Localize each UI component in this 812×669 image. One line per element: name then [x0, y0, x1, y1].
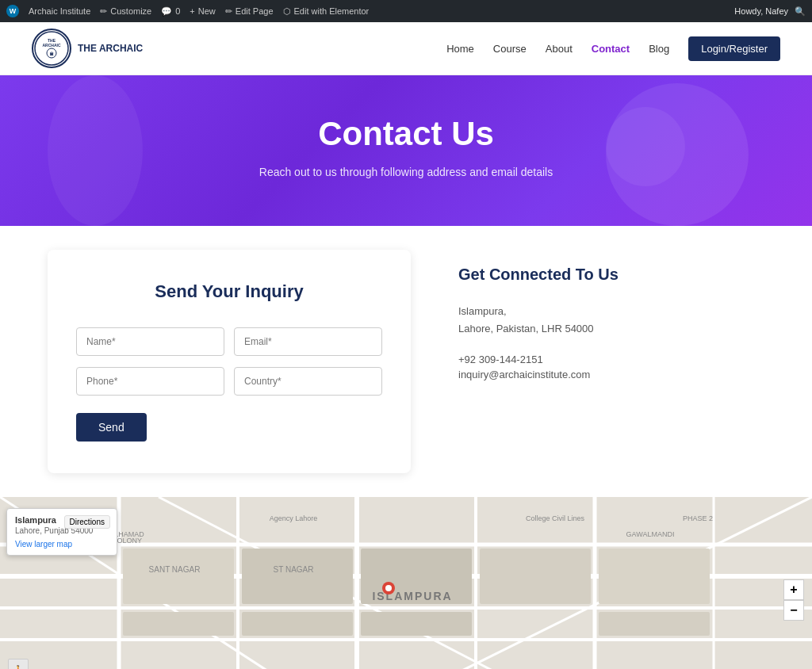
elementor-icon: ⬡: [283, 6, 291, 17]
svg-text:ARCHAIC: ARCHAIC: [42, 43, 60, 48]
zoom-in-button[interactable]: +: [783, 579, 804, 600]
svg-point-39: [385, 585, 392, 591]
site-header: THE ARCHAIC 🏛 THE ARCHAIC Home Course Ab…: [0, 22, 812, 75]
nav-about[interactable]: About: [546, 43, 573, 55]
nav-course[interactable]: Course: [493, 43, 527, 55]
logo-image: THE ARCHAIC 🏛: [32, 29, 71, 68]
contact-info-title: Get Connected To Us: [458, 266, 764, 284]
send-button[interactable]: Send: [76, 413, 147, 442]
svg-text:Agency Lahore: Agency Lahore: [270, 514, 318, 522]
address-line-1: Islampura,: [458, 305, 507, 317]
svg-text:🏛: 🏛: [50, 52, 54, 56]
country-input[interactable]: [234, 367, 382, 396]
elementor-link[interactable]: ⬡ Edit with Elementor: [283, 6, 370, 17]
map-popup: Islampura Lahore, Punjab 54000 View larg…: [6, 508, 117, 556]
svg-rect-22: [123, 612, 234, 636]
svg-rect-28: [599, 612, 710, 636]
svg-rect-27: [599, 549, 710, 604]
form-title: Send Your Inquiry: [76, 281, 382, 302]
search-icon[interactable]: 🔍: [795, 6, 806, 17]
contact-phone: +92 309-144-2151: [458, 354, 764, 365]
svg-rect-20: [123, 549, 234, 604]
contact-info-section: Get Connected To Us Islampura, Lahore, P…: [458, 250, 764, 473]
main-nav: Home Course About Contact Blog Login/Reg…: [446, 36, 780, 61]
svg-text:ST NAGAR: ST NAGAR: [274, 565, 314, 574]
hero-subtitle: Reach out to us through following addres…: [32, 166, 780, 178]
customize-link[interactable]: ✏ Customize: [100, 6, 151, 17]
name-input[interactable]: [76, 327, 224, 356]
wp-icon: W: [6, 5, 19, 17]
hero-title: Contact Us: [32, 115, 780, 153]
address-line-2: Lahore, Pakistan, LHR 54000: [458, 323, 594, 334]
admin-bar-right: Howdy, Nafey 🔍: [734, 6, 806, 17]
svg-rect-25: [361, 612, 472, 636]
svg-text:GAWALMANDI: GAWALMANDI: [626, 530, 675, 538]
nav-blog[interactable]: Blog: [649, 43, 669, 55]
customize-icon: ✏: [100, 6, 107, 17]
logo-text: THE ARCHAIC: [78, 43, 143, 54]
map-zoom-controls: + −: [783, 579, 804, 621]
email-input[interactable]: [234, 327, 382, 356]
login-register-button[interactable]: Login/Register: [688, 36, 780, 61]
person-icon: 🚶: [13, 665, 23, 670]
zoom-out-button[interactable]: −: [783, 600, 804, 621]
edit-icon: ✏: [225, 6, 232, 17]
hero-banner: Contact Us Reach out to us through follo…: [0, 75, 812, 226]
site-name-admin[interactable]: Archaic Institute: [29, 6, 90, 16]
contact-email: inquiry@archaicinstitute.com: [458, 369, 764, 380]
form-row-1: [76, 327, 382, 356]
edit-page-link[interactable]: ✏ Edit Page: [225, 6, 274, 17]
svg-rect-21: [242, 549, 353, 604]
svg-text:PHASE 2: PHASE 2: [683, 514, 713, 522]
comments-link[interactable]: 💬 0: [161, 6, 180, 17]
plus-icon: +: [190, 6, 194, 16]
hero-wave-decoration: [48, 75, 143, 226]
comments-icon: 💬: [161, 6, 172, 17]
howdy-text: Howdy, Nafey: [734, 6, 788, 16]
map-placeholder: ISLAMPURA SANT NAGAR ST NAGAR ALHAMAD CO…: [0, 497, 812, 669]
svg-text:College Civil Lines: College Civil Lines: [526, 514, 585, 522]
nav-contact[interactable]: Contact: [592, 43, 630, 55]
logo-area[interactable]: THE ARCHAIC 🏛 THE ARCHAIC: [32, 29, 143, 68]
svg-rect-26: [480, 549, 591, 604]
form-row-2: [76, 367, 382, 396]
contact-address: Islampura, Lahore, Pakistan, LHR 54000: [458, 303, 764, 338]
map-container[interactable]: ISLAMPURA SANT NAGAR ST NAGAR ALHAMAD CO…: [0, 497, 812, 669]
directions-button[interactable]: Directions: [64, 515, 110, 529]
phone-input[interactable]: [76, 367, 224, 396]
new-link[interactable]: + New: [190, 6, 215, 16]
main-content: Send Your Inquiry Send Get Connected To …: [0, 226, 812, 497]
nav-home[interactable]: Home: [446, 43, 474, 55]
admin-bar: W Archaic Institute ✏ Customize 💬 0 + Ne…: [0, 0, 812, 22]
map-svg: ISLAMPURA SANT NAGAR ST NAGAR ALHAMAD CO…: [0, 497, 812, 669]
svg-rect-23: [242, 612, 353, 636]
svg-text:SANT NAGAR: SANT NAGAR: [149, 565, 201, 574]
streetview-button[interactable]: 🚶: [8, 659, 29, 669]
inquiry-form-section: Send Your Inquiry Send: [48, 250, 411, 473]
view-larger-map-link[interactable]: View larger map: [15, 540, 109, 549]
